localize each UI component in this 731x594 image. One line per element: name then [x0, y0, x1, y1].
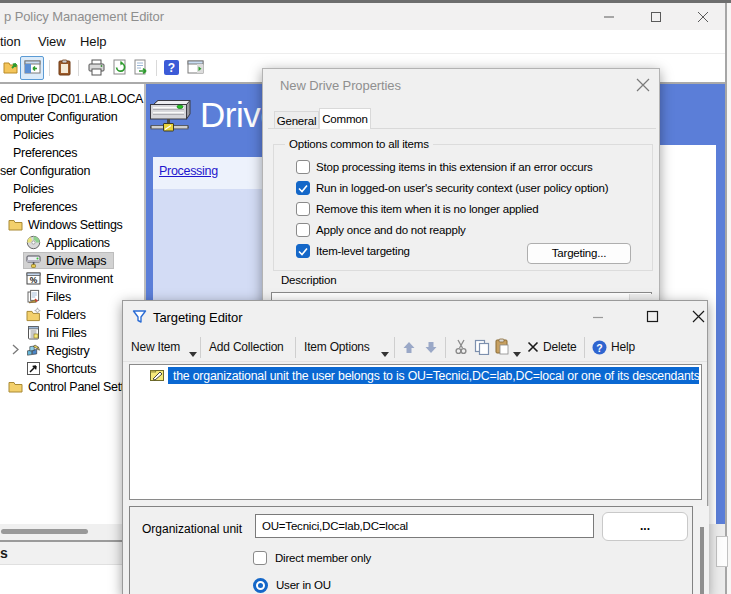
environment-icon: %	[26, 271, 41, 286]
direct-member-label: Direct member only	[275, 552, 371, 564]
gpme-menubar: tion View Help	[0, 30, 726, 54]
close-icon	[697, 11, 709, 23]
option-checkbox-checked[interactable]	[296, 244, 310, 258]
tree-item-ini-files[interactable]: Ini Files	[46, 324, 86, 342]
processing-cell: Processing	[153, 157, 262, 189]
scrollbar-thumb[interactable]	[1, 529, 88, 534]
targeting-button[interactable]: Targeting...	[527, 243, 631, 264]
move-up-icon[interactable]	[402, 341, 416, 357]
dialog-title: Targeting Editor	[153, 310, 242, 325]
tree-item-policies[interactable]: Policies	[13, 180, 54, 198]
direct-member-checkbox[interactable]	[253, 551, 267, 565]
registry-icon	[26, 343, 41, 358]
help-icon[interactable]: ?	[163, 59, 180, 76]
option-checkbox-unchecked[interactable]	[296, 202, 310, 216]
action-pane-icon[interactable]	[187, 59, 204, 76]
targeting-editor-dialog: Targeting Editor New Item Add Collection…	[122, 300, 708, 594]
tree-item-registry[interactable]: Registry	[46, 342, 89, 360]
menu-help[interactable]: Help	[80, 34, 106, 49]
option-checkbox-checked[interactable]	[296, 181, 310, 195]
refresh-icon[interactable]	[112, 59, 129, 76]
targeting-items-list[interactable]: the organizational unit the user belongs…	[129, 364, 702, 500]
print-icon[interactable]	[88, 59, 105, 76]
dialog-title: New Drive Properties	[280, 78, 401, 93]
option-label: Item-level targeting	[316, 245, 410, 257]
dialog-close-button[interactable]	[629, 73, 657, 97]
gpme-close-button[interactable]	[680, 3, 725, 30]
new-item-button[interactable]: New Item	[131, 340, 180, 354]
delete-button[interactable]: Delete	[543, 340, 577, 354]
organizational-unit-input[interactable]: OU=Tecnici,DC=lab,DC=local	[255, 514, 594, 538]
minimize-icon	[603, 11, 615, 23]
scrollbar-thumb[interactable]	[700, 527, 704, 594]
chevron-down-icon	[189, 346, 197, 360]
option-checkbox-unchecked[interactable]	[296, 223, 310, 237]
tree-item-folders[interactable]: Folders	[46, 306, 86, 324]
add-collection-button[interactable]: Add Collection	[209, 340, 284, 354]
item-options-button[interactable]: Item Options	[304, 340, 370, 354]
toolbar-separator	[200, 337, 201, 358]
ted-maximize-button[interactable]	[635, 303, 669, 330]
ini-files-icon	[26, 325, 41, 340]
close-icon	[692, 310, 705, 323]
svg-text:?: ?	[596, 342, 602, 354]
drive-maps-banner-icon	[150, 100, 192, 137]
tree-item-ser-configuration[interactable]: ser Configuration	[0, 162, 90, 180]
targeting-toolbar: New Item Add Collection Item Options Del…	[123, 333, 707, 362]
move-down-icon[interactable]	[424, 341, 438, 357]
ou-item-icon	[150, 368, 165, 385]
toolbar-separator	[295, 337, 296, 358]
copy-icon[interactable]	[474, 339, 490, 358]
console-tree-toggle-icon[interactable]	[24, 59, 41, 76]
maximize-icon	[650, 11, 662, 23]
tree-item-policies[interactable]: Policies	[13, 126, 54, 144]
processing-link[interactable]: Processing	[159, 164, 218, 178]
chevron-down-icon[interactable]	[513, 346, 521, 360]
help-button[interactable]: Help	[611, 340, 635, 354]
option-label: Apply once and do not reapply	[316, 224, 466, 236]
shortcuts-icon	[26, 361, 41, 376]
ted-close-button[interactable]	[681, 303, 715, 330]
tree-item-applications[interactable]: Applications	[46, 234, 110, 252]
tab-common[interactable]: Common	[319, 108, 371, 129]
maximize-icon	[646, 310, 659, 323]
toolbar-separator	[49, 60, 50, 76]
expand-chevron-icon[interactable]	[9, 343, 22, 358]
browse-button[interactable]: ...	[602, 512, 688, 541]
svg-text:%: %	[30, 275, 38, 285]
toolbar-separator	[156, 60, 157, 76]
gpme-maximize-button[interactable]	[633, 3, 678, 30]
paste-icon[interactable]	[494, 338, 510, 358]
cut-icon[interactable]	[453, 339, 469, 358]
panel-vertical-scrollbar[interactable]	[694, 506, 709, 594]
tree-item-preferences[interactable]: Preferences	[13, 198, 77, 216]
tree-item-environment[interactable]: Environment	[46, 270, 113, 288]
folder-icon	[8, 379, 23, 394]
export-list-icon[interactable]	[133, 59, 150, 76]
selected-list-row[interactable]: the organizational unit the user belongs…	[168, 367, 699, 384]
menu-action[interactable]: tion	[0, 34, 21, 49]
ted-minimize-button[interactable]	[581, 303, 615, 330]
user-in-ou-radio[interactable]	[253, 578, 268, 593]
tree-item-windows-settings[interactable]: Windows Settings	[28, 216, 123, 234]
paste-icon[interactable]	[56, 59, 73, 76]
gpme-minimize-button[interactable]	[586, 3, 631, 30]
bottom-partial-text: s	[0, 545, 8, 561]
gpme-window-title: p Policy Management Editor	[4, 9, 164, 24]
background-window-fragment	[716, 536, 728, 567]
tree-item-shortcuts[interactable]: Shortcuts	[46, 360, 96, 378]
menu-view[interactable]: View	[38, 34, 66, 49]
help-icon: ?	[592, 340, 607, 358]
folder-icon	[8, 217, 23, 232]
tree-item-files[interactable]: Files	[46, 288, 71, 306]
option-checkbox-unchecked[interactable]	[296, 160, 310, 174]
tree-item-omputer-configuration[interactable]: omputer Configuration	[0, 108, 117, 126]
folder-up-icon[interactable]	[3, 59, 20, 76]
option-label: Stop processing items in this extension …	[316, 161, 593, 173]
tree-item-control-panel-sett[interactable]: Control Panel Sett	[28, 378, 124, 396]
chevron-down-icon	[381, 346, 389, 360]
tree-item-preferences[interactable]: Preferences	[13, 144, 77, 162]
tab-general[interactable]: General	[274, 111, 319, 129]
tree-item-ed-drive-dc01-lab-loca[interactable]: ed Drive [DC01.LAB.LOCA	[0, 90, 143, 108]
tree-item-drive-maps[interactable]: Drive Maps	[46, 252, 106, 270]
